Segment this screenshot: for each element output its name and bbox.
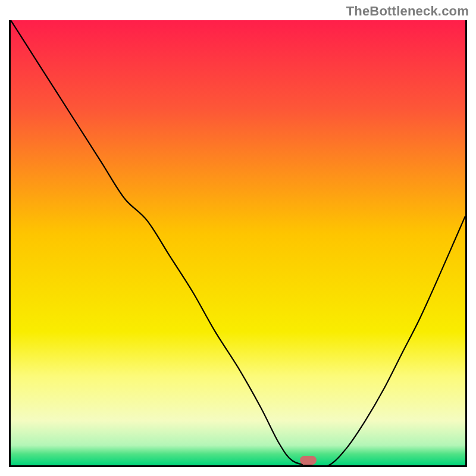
bottleneck-curve [11, 20, 465, 465]
chart-container: TheBottleneck.com [0, 0, 476, 476]
watermark-text: TheBottleneck.com [346, 4, 469, 19]
curve-path [11, 20, 465, 465]
optimal-marker [300, 456, 317, 465]
plot-area [9, 20, 467, 467]
